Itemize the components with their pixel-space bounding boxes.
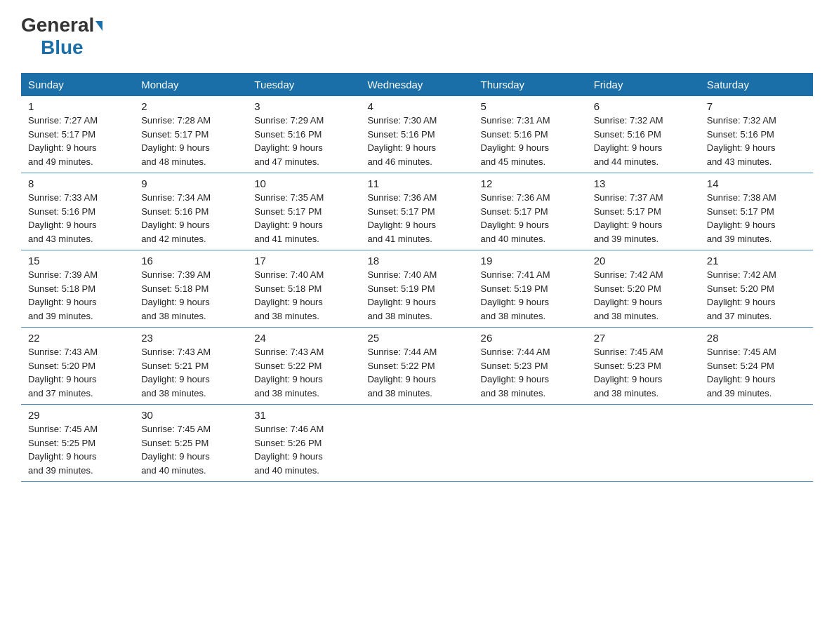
logo-blue-text: Blue [41, 36, 84, 58]
header-day-saturday: Saturday [700, 73, 813, 96]
day-info: Sunrise: 7:40 AM Sunset: 5:19 PM Dayligh… [367, 268, 466, 323]
calendar-cell: 27 Sunrise: 7:45 AM Sunset: 5:23 PM Dayl… [587, 328, 700, 405]
logo: General Blue [21, 14, 102, 59]
day-number: 12 [481, 177, 580, 189]
calendar-cell: 29 Sunrise: 7:45 AM Sunset: 5:25 PM Dayl… [21, 405, 134, 482]
day-number: 2 [141, 100, 240, 112]
page-header: General Blue [21, 14, 813, 59]
calendar-cell: 8 Sunrise: 7:33 AM Sunset: 5:16 PM Dayli… [21, 173, 134, 250]
day-info: Sunrise: 7:45 AM Sunset: 5:23 PM Dayligh… [594, 345, 693, 400]
header-day-wednesday: Wednesday [360, 73, 473, 96]
day-number: 16 [141, 255, 240, 267]
calendar-cell [360, 405, 473, 482]
day-number: 14 [707, 177, 806, 189]
calendar-header-row: SundayMondayTuesdayWednesdayThursdayFrid… [21, 73, 813, 96]
calendar-cell: 13 Sunrise: 7:37 AM Sunset: 5:17 PM Dayl… [587, 173, 700, 250]
day-info: Sunrise: 7:43 AM Sunset: 5:20 PM Dayligh… [28, 345, 127, 400]
calendar-cell: 5 Sunrise: 7:31 AM Sunset: 5:16 PM Dayli… [474, 96, 587, 173]
day-info: Sunrise: 7:28 AM Sunset: 5:17 PM Dayligh… [141, 114, 240, 168]
day-info: Sunrise: 7:34 AM Sunset: 5:16 PM Dayligh… [141, 191, 240, 246]
calendar-cell: 28 Sunrise: 7:45 AM Sunset: 5:24 PM Dayl… [700, 328, 813, 405]
day-number: 7 [707, 100, 806, 112]
calendar-cell: 9 Sunrise: 7:34 AM Sunset: 5:16 PM Dayli… [134, 173, 247, 250]
day-info: Sunrise: 7:38 AM Sunset: 5:17 PM Dayligh… [707, 191, 806, 246]
day-info: Sunrise: 7:29 AM Sunset: 5:16 PM Dayligh… [254, 114, 353, 168]
calendar-cell: 17 Sunrise: 7:40 AM Sunset: 5:18 PM Dayl… [247, 250, 360, 328]
day-info: Sunrise: 7:44 AM Sunset: 5:23 PM Dayligh… [481, 345, 580, 400]
day-number: 20 [594, 255, 693, 267]
day-info: Sunrise: 7:31 AM Sunset: 5:16 PM Dayligh… [481, 114, 580, 168]
day-number: 15 [28, 255, 127, 267]
calendar-cell: 3 Sunrise: 7:29 AM Sunset: 5:16 PM Dayli… [247, 96, 360, 173]
calendar-cell: 21 Sunrise: 7:42 AM Sunset: 5:20 PM Dayl… [700, 250, 813, 328]
header-day-tuesday: Tuesday [247, 73, 360, 96]
day-number: 24 [254, 332, 353, 344]
day-info: Sunrise: 7:43 AM Sunset: 5:22 PM Dayligh… [254, 345, 353, 400]
header-day-thursday: Thursday [474, 73, 587, 96]
day-number: 29 [28, 409, 127, 421]
calendar-cell: 26 Sunrise: 7:44 AM Sunset: 5:23 PM Dayl… [474, 328, 587, 405]
calendar-cell: 16 Sunrise: 7:39 AM Sunset: 5:18 PM Dayl… [134, 250, 247, 328]
calendar-cell [700, 405, 813, 482]
calendar-week-row: 22 Sunrise: 7:43 AM Sunset: 5:20 PM Dayl… [21, 328, 813, 405]
day-number: 1 [28, 100, 127, 112]
day-info: Sunrise: 7:37 AM Sunset: 5:17 PM Dayligh… [594, 191, 693, 246]
day-number: 9 [141, 177, 240, 189]
day-info: Sunrise: 7:45 AM Sunset: 5:25 PM Dayligh… [28, 422, 127, 477]
day-info: Sunrise: 7:42 AM Sunset: 5:20 PM Dayligh… [594, 268, 693, 323]
day-number: 31 [254, 409, 353, 421]
header-day-monday: Monday [134, 73, 247, 96]
day-number: 5 [481, 100, 580, 112]
calendar-cell: 11 Sunrise: 7:36 AM Sunset: 5:17 PM Dayl… [360, 173, 473, 250]
day-info: Sunrise: 7:44 AM Sunset: 5:22 PM Dayligh… [367, 345, 466, 400]
day-info: Sunrise: 7:45 AM Sunset: 5:24 PM Dayligh… [707, 345, 806, 400]
calendar-week-row: 29 Sunrise: 7:45 AM Sunset: 5:25 PM Dayl… [21, 405, 813, 482]
day-info: Sunrise: 7:32 AM Sunset: 5:16 PM Dayligh… [594, 114, 693, 168]
calendar-cell: 31 Sunrise: 7:46 AM Sunset: 5:26 PM Dayl… [247, 405, 360, 482]
day-info: Sunrise: 7:35 AM Sunset: 5:17 PM Dayligh… [254, 191, 353, 246]
day-number: 22 [28, 332, 127, 344]
calendar-week-row: 8 Sunrise: 7:33 AM Sunset: 5:16 PM Dayli… [21, 173, 813, 250]
day-info: Sunrise: 7:30 AM Sunset: 5:16 PM Dayligh… [367, 114, 466, 168]
calendar-cell: 1 Sunrise: 7:27 AM Sunset: 5:17 PM Dayli… [21, 96, 134, 173]
calendar-week-row: 15 Sunrise: 7:39 AM Sunset: 5:18 PM Dayl… [21, 250, 813, 328]
logo-general-text: General [21, 14, 94, 36]
day-number: 17 [254, 255, 353, 267]
day-info: Sunrise: 7:40 AM Sunset: 5:18 PM Dayligh… [254, 268, 353, 323]
calendar-cell: 30 Sunrise: 7:45 AM Sunset: 5:25 PM Dayl… [134, 405, 247, 482]
calendar-cell [474, 405, 587, 482]
calendar-cell: 12 Sunrise: 7:36 AM Sunset: 5:17 PM Dayl… [474, 173, 587, 250]
day-info: Sunrise: 7:41 AM Sunset: 5:19 PM Dayligh… [481, 268, 580, 323]
day-number: 23 [141, 332, 240, 344]
logo-arrow-icon [95, 21, 102, 31]
day-number: 3 [254, 100, 353, 112]
calendar-cell: 19 Sunrise: 7:41 AM Sunset: 5:19 PM Dayl… [474, 250, 587, 328]
day-info: Sunrise: 7:39 AM Sunset: 5:18 PM Dayligh… [28, 268, 127, 323]
header-day-sunday: Sunday [21, 73, 134, 96]
day-number: 27 [594, 332, 693, 344]
day-number: 6 [594, 100, 693, 112]
day-info: Sunrise: 7:36 AM Sunset: 5:17 PM Dayligh… [481, 191, 580, 246]
calendar-cell: 14 Sunrise: 7:38 AM Sunset: 5:17 PM Dayl… [700, 173, 813, 250]
day-number: 10 [254, 177, 353, 189]
day-info: Sunrise: 7:42 AM Sunset: 5:20 PM Dayligh… [707, 268, 806, 323]
day-info: Sunrise: 7:33 AM Sunset: 5:16 PM Dayligh… [28, 191, 127, 246]
day-number: 4 [367, 100, 466, 112]
day-number: 30 [141, 409, 240, 421]
calendar-table: SundayMondayTuesdayWednesdayThursdayFrid… [21, 73, 813, 482]
calendar-week-row: 1 Sunrise: 7:27 AM Sunset: 5:17 PM Dayli… [21, 96, 813, 173]
day-number: 26 [481, 332, 580, 344]
calendar-cell: 6 Sunrise: 7:32 AM Sunset: 5:16 PM Dayli… [587, 96, 700, 173]
calendar-cell: 24 Sunrise: 7:43 AM Sunset: 5:22 PM Dayl… [247, 328, 360, 405]
day-info: Sunrise: 7:27 AM Sunset: 5:17 PM Dayligh… [28, 114, 127, 168]
calendar-cell: 2 Sunrise: 7:28 AM Sunset: 5:17 PM Dayli… [134, 96, 247, 173]
calendar-cell [587, 405, 700, 482]
calendar-cell: 18 Sunrise: 7:40 AM Sunset: 5:19 PM Dayl… [360, 250, 473, 328]
day-info: Sunrise: 7:46 AM Sunset: 5:26 PM Dayligh… [254, 422, 353, 477]
calendar-cell: 4 Sunrise: 7:30 AM Sunset: 5:16 PM Dayli… [360, 96, 473, 173]
day-number: 18 [367, 255, 466, 267]
calendar-cell: 23 Sunrise: 7:43 AM Sunset: 5:21 PM Dayl… [134, 328, 247, 405]
calendar-cell: 15 Sunrise: 7:39 AM Sunset: 5:18 PM Dayl… [21, 250, 134, 328]
calendar-cell: 25 Sunrise: 7:44 AM Sunset: 5:22 PM Dayl… [360, 328, 473, 405]
day-info: Sunrise: 7:39 AM Sunset: 5:18 PM Dayligh… [141, 268, 240, 323]
